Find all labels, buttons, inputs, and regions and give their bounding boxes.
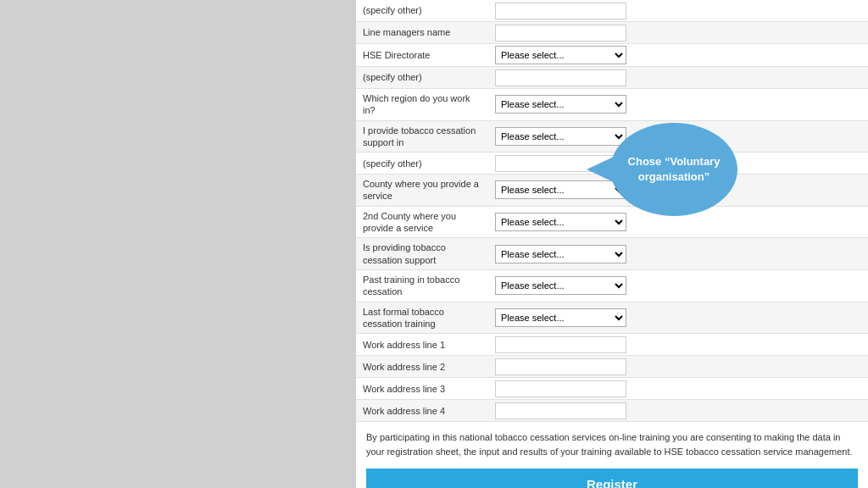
callout-bubble: Chose “Voluntary organisation” — [610, 123, 737, 216]
text-field-14[interactable] — [495, 380, 626, 397]
select-field-9[interactable]: Please select...Voluntary organisationHS… — [495, 245, 626, 263]
text-field-15[interactable] — [495, 402, 626, 419]
text-field-12[interactable] — [495, 336, 626, 353]
field-input-wrap-14 — [492, 379, 868, 399]
field-input-wrap-4: Please select...Voluntary organisationHS… — [492, 93, 868, 115]
select-wrap-9: Please select...Voluntary organisationHS… — [495, 245, 865, 263]
field-label-9: Is providing tobacco cessation support — [356, 238, 492, 269]
field-label-6: (specify other) — [356, 154, 492, 173]
register-button[interactable]: Register — [366, 469, 858, 488]
field-input-wrap-2: Please select...Voluntary organisationHS… — [492, 44, 868, 66]
form-row: (specify other) — [356, 67, 868, 89]
field-input-wrap-3 — [492, 68, 868, 88]
field-input-wrap-11: Please select...Voluntary organisationHS… — [492, 307, 868, 329]
field-label-0: (specify other) — [356, 1, 492, 19]
form-row: Past training in tobacco cessationPlease… — [356, 270, 868, 302]
select-field-8[interactable]: Please select...Voluntary organisationHS… — [495, 213, 626, 231]
select-field-2[interactable]: Please select...Voluntary organisationHS… — [495, 46, 626, 64]
select-wrap-11: Please select...Voluntary organisationHS… — [495, 308, 865, 327]
left-panel — [0, 0, 356, 488]
select-field-7[interactable]: Please select...Voluntary organisationHS… — [495, 180, 626, 199]
text-field-0[interactable] — [495, 3, 626, 19]
consent-text: By participating in this national tobacc… — [356, 422, 868, 463]
form-row: Which region do you work in?Please selec… — [356, 89, 868, 121]
select-field-11[interactable]: Please select...Voluntary organisationHS… — [495, 308, 626, 327]
field-label-7: County where you provide a service — [356, 175, 492, 206]
field-label-1: Line managers name — [356, 23, 492, 42]
select-wrap-10: Please select...Voluntary organisationHS… — [495, 276, 865, 295]
select-field-4[interactable]: Please select...Voluntary organisationHS… — [495, 95, 626, 114]
callout-wrap: Chose “Voluntary organisation” — [610, 123, 737, 216]
form-row: Work address line 3 — [356, 378, 868, 400]
form-row: Line managers name — [356, 22, 868, 44]
field-input-wrap-15 — [492, 401, 868, 421]
field-label-14: Work address line 3 — [356, 380, 492, 398]
text-field-1[interactable] — [495, 25, 626, 42]
field-input-wrap-0 — [492, 1, 868, 21]
field-input-wrap-10: Please select...Voluntary organisationHS… — [492, 274, 868, 297]
select-field-10[interactable]: Please select...Voluntary organisationHS… — [495, 276, 626, 295]
field-label-12: Work address line 1 — [356, 336, 492, 354]
select-field-5[interactable]: Please select...Voluntary organisationHS… — [495, 127, 626, 146]
text-field-13[interactable] — [495, 358, 626, 375]
form-row: Work address line 4 — [356, 400, 868, 422]
field-label-2: HSE Directorate — [356, 46, 492, 64]
consent-paragraph: By participating in this national tobacc… — [366, 432, 853, 457]
field-input-wrap-1 — [492, 23, 868, 43]
field-label-11: Last formal tobacco cessation training — [356, 302, 492, 334]
form-row: HSE DirectoratePlease select...Voluntary… — [356, 44, 868, 67]
form-row: Work address line 2 — [356, 356, 868, 378]
field-label-3: (specify other) — [356, 68, 492, 86]
field-label-10: Past training in tobacco cessation — [356, 270, 492, 302]
text-field-3[interactable] — [495, 69, 626, 86]
field-input-wrap-12 — [492, 335, 868, 355]
select-wrap-4: Please select...Voluntary organisationHS… — [495, 95, 865, 114]
field-input-wrap-9: Please select...Voluntary organisationHS… — [492, 243, 868, 265]
select-wrap-2: Please select...Voluntary organisationHS… — [495, 46, 865, 64]
field-label-13: Work address line 2 — [356, 358, 492, 376]
form-row: (specify other) — [356, 0, 868, 22]
form-row: Work address line 1 — [356, 334, 868, 356]
field-label-8: 2nd County where you provide a service — [356, 207, 492, 238]
field-label-15: Work address line 4 — [356, 402, 492, 420]
main-content: (specify other)Line managers nameHSE Dir… — [356, 0, 868, 488]
field-input-wrap-13 — [492, 357, 868, 377]
field-label-4: Which region do you work in? — [356, 89, 492, 120]
callout-text: Chose “Voluntary organisation” — [619, 154, 729, 185]
form-row: Last formal tobacco cessation trainingPl… — [356, 302, 868, 335]
field-label-5: I provide tobacco cessation support in — [356, 121, 492, 152]
form-row: Is providing tobacco cessation supportPl… — [356, 238, 868, 270]
